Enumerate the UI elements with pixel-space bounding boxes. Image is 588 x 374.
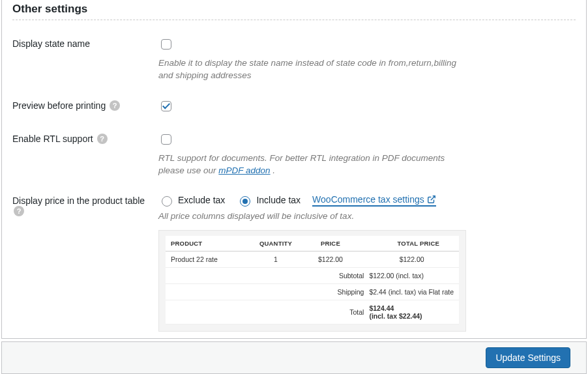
cell-product: Product 22 rate: [166, 252, 246, 268]
desc-display-state-name: Enable it to display the state name inst…: [158, 57, 465, 82]
table-row: Product 22 rate 1 $122.00 $122.00: [166, 252, 459, 268]
label-enable-rtl: Enable RTL support ?: [12, 132, 158, 144]
label-display-price: Display price in the product table ?: [12, 194, 158, 216]
desc-display-price: All price columns displayed will be incl…: [158, 210, 465, 223]
totals-table: Subtotal $122.00 (incl. tax) Shipping $2…: [166, 268, 459, 324]
desc-enable-rtl: RTL support for documents. For better RT…: [158, 152, 465, 177]
cell-qty: 1: [246, 252, 306, 268]
shipping-value: $2.44 (incl. tax) via Flat rate: [366, 284, 459, 300]
help-icon: ?: [110, 100, 120, 111]
field-enable-rtl: RTL support for documents. For better RT…: [158, 132, 576, 177]
section-title: Other settings: [12, 3, 576, 20]
grand-label: Total: [332, 300, 367, 324]
th-quantity: QUANTITY: [246, 236, 306, 252]
subtotal-value: $122.00 (incl. tax): [366, 268, 459, 284]
row-shipping: Shipping $2.44 (incl. tax) via Flat rate: [166, 284, 459, 300]
cell-price: $122.00: [306, 252, 355, 268]
label-preview-before-printing: Preview before printing ?: [12, 99, 158, 111]
checkbox-enable-rtl[interactable]: [161, 134, 171, 145]
update-settings-button[interactable]: Update Settings: [486, 347, 570, 368]
checkbox-display-state-name[interactable]: [161, 39, 171, 50]
cell-total: $122.00: [355, 252, 459, 268]
row-display-state-name: Display state name Enable it to display …: [12, 37, 576, 82]
checkbox-preview-before-printing[interactable]: [161, 101, 171, 111]
th-total-price: TOTAL PRICE: [355, 236, 459, 252]
price-preview-box: PRODUCT QUANTITY PRICE TOTAL PRICE Produ…: [158, 230, 466, 332]
grand-value: $124.44 (incl. tax $22.44): [366, 300, 459, 324]
field-display-price: Exclude tax Include tax WooCommerce tax …: [158, 194, 576, 332]
field-preview-before-printing: [158, 99, 576, 115]
help-icon: ?: [14, 206, 24, 216]
th-product: PRODUCT: [166, 236, 246, 252]
row-preview-before-printing: Preview before printing ?: [12, 99, 576, 115]
subtotal-label: Subtotal: [332, 268, 367, 284]
help-icon: ?: [97, 134, 108, 144]
preview-table: PRODUCT QUANTITY PRICE TOTAL PRICE Produ…: [166, 236, 459, 268]
link-woocommerce-tax-settings[interactable]: WooCommerce tax settings: [312, 194, 436, 207]
radio-group-tax: Exclude tax Include tax WooCommerce tax …: [158, 194, 576, 207]
row-enable-rtl: Enable RTL support ? RTL support for doc…: [12, 132, 576, 177]
field-display-state-name: Enable it to display the state name inst…: [158, 37, 576, 82]
shipping-label: Shipping: [332, 284, 367, 300]
label-display-state-name: Display state name: [12, 37, 158, 49]
th-price: PRICE: [306, 236, 355, 252]
radio-option-include-tax[interactable]: Include tax: [237, 194, 301, 207]
footer-bar: Update Settings: [1, 341, 587, 374]
radio-option-exclude-tax[interactable]: Exclude tax: [158, 194, 225, 207]
row-grand-total: Total $124.44 (incl. tax $22.44): [166, 300, 459, 324]
external-link-icon: [427, 195, 436, 204]
row-subtotal: Subtotal $122.00 (incl. tax): [166, 268, 459, 284]
row-display-price: Display price in the product table ? Exc…: [12, 194, 576, 332]
link-mpdf-addon[interactable]: mPDF addon: [218, 165, 270, 175]
radio-exclude-tax[interactable]: [162, 196, 172, 207]
radio-include-tax[interactable]: [240, 196, 250, 207]
settings-panel: Other settings Display state name Enable…: [1, 0, 587, 339]
